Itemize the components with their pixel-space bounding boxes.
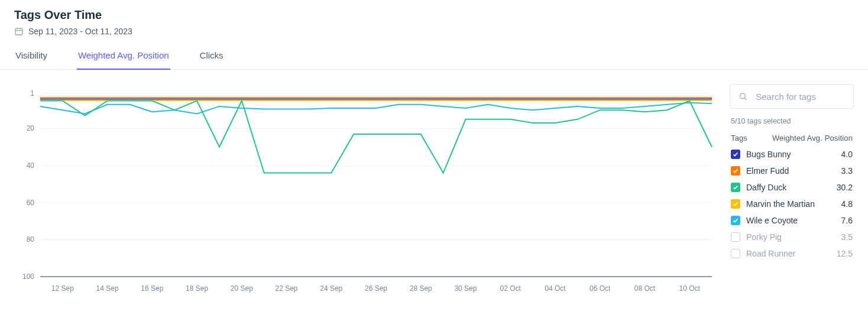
svg-text:1: 1 [30, 89, 34, 98]
date-range-text: Sep 11, 2023 - Oct 11, 2023 [28, 27, 132, 36]
svg-text:08 Oct: 08 Oct [634, 284, 656, 293]
svg-text:14 Sep: 14 Sep [96, 284, 119, 293]
legend-row[interactable]: Wile e Coyote7.6 [730, 212, 854, 229]
svg-text:12 Sep: 12 Sep [51, 284, 74, 293]
legend-header-tags: Tags [731, 134, 747, 142]
legend-list: Bugs Bunny4.0Elmer Fudd3.3Daffy Duck30.2… [730, 146, 854, 262]
svg-text:26 Sep: 26 Sep [365, 284, 387, 293]
legend-row[interactable]: Elmer Fudd3.3 [730, 163, 854, 179]
legend-checkbox[interactable] [731, 216, 740, 225]
svg-text:24 Sep: 24 Sep [320, 284, 342, 293]
legend-checkbox[interactable] [731, 199, 740, 209]
legend-name: Porky Pig [746, 232, 835, 242]
tag-search[interactable] [730, 84, 854, 109]
legend-value: 12.5 [837, 249, 853, 258]
svg-text:80: 80 [27, 235, 35, 244]
legend-value: 7.6 [841, 216, 853, 225]
legend-name: Bugs Bunny [746, 150, 835, 159]
tab-clicks[interactable]: Clicks [199, 50, 225, 70]
svg-text:60: 60 [27, 199, 35, 207]
legend-header: Tags Weighted Avg. Position [730, 134, 854, 146]
legend-row[interactable]: Marvin the Martian4.8 [730, 196, 854, 212]
legend-value: 3.3 [841, 166, 853, 176]
svg-text:22 Sep: 22 Sep [276, 284, 298, 293]
svg-rect-0 [15, 28, 22, 35]
legend-header-value: Weighted Avg. Position [772, 134, 853, 142]
legend-value: 4.8 [841, 199, 853, 209]
svg-text:20: 20 [27, 124, 35, 132]
legend-name: Daffy Duck [746, 183, 831, 192]
svg-text:30 Sep: 30 Sep [454, 284, 477, 293]
svg-text:04 Oct: 04 Oct [545, 284, 566, 293]
svg-text:02 Oct: 02 Oct [500, 284, 522, 293]
legend-value: 30.2 [837, 183, 853, 192]
legend-name: Road Runner [746, 249, 831, 258]
svg-text:06 Oct: 06 Oct [590, 284, 611, 293]
legend-checkbox[interactable] [731, 249, 740, 258]
svg-text:28 Sep: 28 Sep [410, 284, 432, 293]
svg-text:18 Sep: 18 Sep [186, 284, 208, 293]
selection-status: 5/10 tags selected [731, 117, 854, 125]
legend-row[interactable]: Road Runner12.5 [730, 245, 854, 262]
tag-search-input[interactable] [754, 91, 845, 102]
calendar-icon [14, 27, 24, 36]
svg-text:20 Sep: 20 Sep [231, 284, 253, 293]
legend-row[interactable]: Daffy Duck30.2 [730, 179, 854, 196]
tabs: VisibilityWeighted Avg. PositionClicks [0, 50, 868, 70]
chart-area: 12040608010012 Sep14 Sep16 Sep18 Sep20 S… [0, 84, 720, 305]
svg-text:100: 100 [22, 272, 34, 281]
legend-checkbox[interactable] [731, 150, 740, 159]
svg-point-32 [740, 93, 746, 99]
legend-checkbox[interactable] [731, 232, 740, 242]
svg-text:16 Sep: 16 Sep [141, 284, 163, 293]
legend-name: Wile e Coyote [746, 216, 835, 225]
line-chart: 12040608010012 Sep14 Sep16 Sep18 Sep20 S… [14, 84, 718, 303]
search-icon [739, 91, 747, 102]
svg-text:10 Oct: 10 Oct [679, 284, 700, 293]
tab-visibility[interactable]: Visibility [14, 50, 48, 70]
legend-checkbox[interactable] [731, 183, 740, 192]
legend-checkbox[interactable] [731, 166, 740, 176]
legend-name: Marvin the Martian [746, 199, 835, 209]
page-title: Tags Over Time [14, 8, 854, 22]
legend-value: 4.0 [841, 150, 853, 159]
date-range: Sep 11, 2023 - Oct 11, 2023 [14, 27, 854, 36]
legend-name: Elmer Fudd [746, 166, 835, 176]
legend-row[interactable]: Porky Pig3.5 [730, 229, 854, 245]
legend-value: 3.5 [841, 232, 853, 242]
legend-row[interactable]: Bugs Bunny4.0 [730, 146, 854, 163]
tab-weighted[interactable]: Weighted Avg. Position [77, 50, 170, 70]
svg-text:40: 40 [27, 161, 35, 170]
svg-line-33 [744, 98, 746, 100]
